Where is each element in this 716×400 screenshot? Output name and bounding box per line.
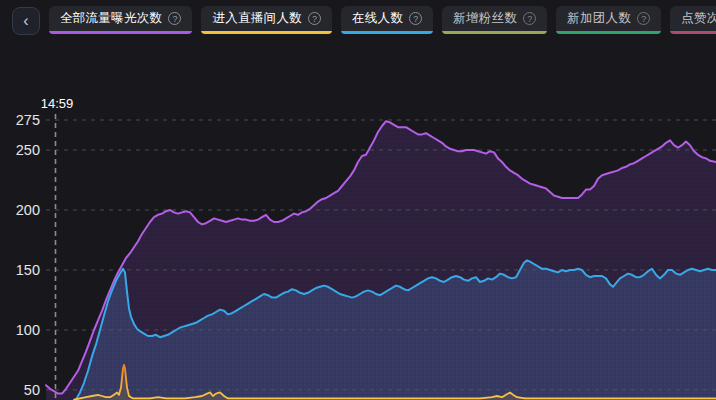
- tab-inner: 进入直播间人数?: [201, 6, 332, 31]
- y-tick-label: 50: [24, 382, 40, 398]
- tab-inner: 点赞次数?: [670, 6, 716, 31]
- live-analytics-page: 27525020015010050 14:59 ‹ 全部流量曝光次数?进入直播间…: [0, 0, 716, 400]
- tab-inner: 在线人数?: [341, 6, 433, 31]
- tab-inner: 新加团人数?: [556, 6, 661, 31]
- y-tick-label: 100: [16, 322, 40, 338]
- time-marker-label: 14:59: [36, 96, 78, 111]
- tab-new-followers[interactable]: 新增粉丝数?: [442, 6, 547, 34]
- tab-total-exposure[interactable]: 全部流量曝光次数?: [49, 6, 192, 34]
- tab-underline: [670, 31, 716, 34]
- tab-new-group-members[interactable]: 新加团人数?: [556, 6, 661, 34]
- tab-room-entries[interactable]: 进入直播间人数?: [201, 6, 332, 34]
- help-icon[interactable]: ?: [637, 12, 650, 25]
- metric-tabs-bar: ‹ 全部流量曝光次数?进入直播间人数?在线人数?新增粉丝数?新加团人数?点赞次数…: [0, 0, 716, 44]
- back-button[interactable]: ‹: [12, 7, 40, 35]
- tab-inner: 全部流量曝光次数?: [49, 6, 192, 31]
- tab-underline: [556, 31, 661, 34]
- tab-label: 新增粉丝数: [453, 10, 517, 27]
- tab-label: 全部流量曝光次数: [60, 10, 162, 27]
- tab-underline: [442, 31, 547, 34]
- tab-label: 点赞次数: [681, 10, 716, 27]
- tab-label: 在线人数: [352, 10, 403, 27]
- y-tick-label: 275: [16, 112, 40, 128]
- tab-label: 进入直播间人数: [212, 10, 302, 27]
- help-icon[interactable]: ?: [523, 12, 536, 25]
- tab-inner: 新增粉丝数?: [442, 6, 547, 31]
- y-tick-label: 150: [16, 262, 40, 278]
- chart-area[interactable]: 27525020015010050 14:59: [0, 0, 716, 400]
- tab-underline: [341, 31, 433, 34]
- tab-label: 新加团人数: [567, 10, 631, 27]
- help-icon[interactable]: ?: [168, 12, 181, 25]
- help-icon[interactable]: ?: [308, 12, 321, 25]
- back-chevron-icon: ‹: [23, 13, 28, 29]
- y-tick-label: 250: [16, 142, 40, 158]
- help-icon[interactable]: ?: [409, 12, 422, 25]
- metric-tabs: 全部流量曝光次数?进入直播间人数?在线人数?新增粉丝数?新加团人数?点赞次数?新…: [49, 6, 716, 34]
- tab-online-users[interactable]: 在线人数?: [341, 6, 433, 34]
- tab-underline: [201, 31, 332, 34]
- metrics-line-chart[interactable]: 27525020015010050: [0, 0, 716, 400]
- tab-underline: [49, 31, 192, 34]
- tab-likes[interactable]: 点赞次数?: [670, 6, 716, 34]
- y-tick-label: 200: [16, 202, 40, 218]
